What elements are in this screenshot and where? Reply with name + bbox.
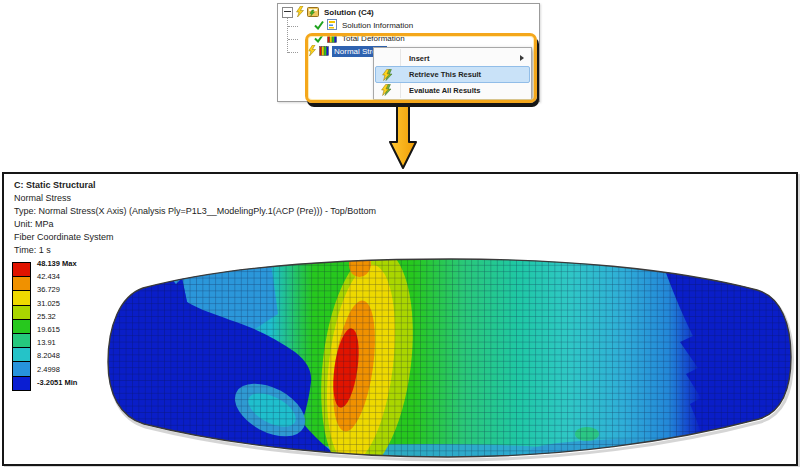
check-icon bbox=[314, 20, 324, 32]
legend-label: 31.025 bbox=[37, 298, 60, 307]
legend-label: 19.615 bbox=[37, 325, 60, 334]
legend-swatch bbox=[12, 290, 31, 305]
submenu-arrow-icon bbox=[520, 55, 524, 61]
legend-swatch bbox=[12, 376, 31, 391]
legend-swatch bbox=[12, 333, 31, 348]
tree-node-label[interactable]: Total Deformation bbox=[340, 33, 407, 44]
legend-swatch bbox=[12, 276, 31, 291]
legend-swatch bbox=[12, 262, 31, 277]
legend-label: 36.729 bbox=[37, 285, 60, 294]
tree-node-solution-information[interactable]: Solution Information bbox=[314, 19, 415, 32]
legend-label: 25.32 bbox=[37, 311, 56, 320]
menu-item-retrieve-this-result[interactable]: Retrieve This Result bbox=[375, 66, 530, 83]
result-subtitle: Normal Stress bbox=[14, 192, 376, 205]
tree-node-label[interactable]: Solution (C4) bbox=[322, 7, 376, 18]
lightning-bolt-icon bbox=[308, 45, 316, 58]
legend-swatch bbox=[12, 305, 31, 320]
legend-label: 2.4998 bbox=[37, 364, 60, 373]
result-type-line: Type: Normal Stress(X Axis) (Analysis Pl… bbox=[14, 205, 376, 218]
result-coordinate-system-line: Fiber Coordinate System bbox=[14, 231, 376, 244]
evaluate-bolt-icon bbox=[381, 84, 393, 98]
tree-node-total-deformation[interactable]: Total Deformation bbox=[314, 32, 407, 45]
result-header-block: C: Static Structural Normal Stress Type:… bbox=[14, 179, 376, 257]
solution-folder-icon bbox=[307, 6, 319, 19]
legend-swatch bbox=[12, 347, 31, 362]
legend-min-label: -3.2051 Min bbox=[37, 377, 77, 386]
page: Solution (C4) Solution Information Total… bbox=[0, 0, 800, 467]
legend-max-label: 48.139 Max bbox=[37, 259, 77, 268]
model-viewport[interactable] bbox=[100, 252, 798, 467]
annotation-down-arrow-icon bbox=[383, 100, 423, 174]
check-icon bbox=[314, 33, 324, 45]
legend-swatch bbox=[12, 319, 31, 334]
tree-node-label[interactable]: Solution Information bbox=[340, 20, 415, 31]
context-menu: Insert Retrieve This Result Evaluate All… bbox=[373, 47, 532, 100]
solution-information-icon bbox=[327, 19, 337, 32]
contour-plot bbox=[100, 252, 798, 464]
legend-label: 13.91 bbox=[37, 338, 56, 347]
lightning-bolt-icon bbox=[296, 6, 304, 19]
result-unit-line: Unit: MPa bbox=[14, 218, 376, 231]
menu-item-evaluate-all-results[interactable]: Evaluate All Results bbox=[375, 82, 530, 98]
result-title: C: Static Structural bbox=[14, 179, 376, 192]
fe-mesh-overlay bbox=[100, 252, 798, 464]
collapse-expander-icon[interactable] bbox=[282, 7, 293, 18]
contour-field bbox=[100, 252, 798, 464]
contour-legend: 48.139 Max 42.434 36.729 31.025 25.32 19… bbox=[12, 262, 31, 391]
legend-label: 8.2048 bbox=[37, 351, 60, 360]
legend-swatch bbox=[12, 361, 31, 376]
result-viewport-panel: C: Static Structural Normal Stress Type:… bbox=[2, 172, 798, 466]
contour-result-icon bbox=[327, 33, 337, 45]
menu-item-insert[interactable]: Insert bbox=[375, 50, 530, 66]
evaluate-bolt-icon bbox=[382, 69, 394, 83]
tree-connector-line bbox=[287, 17, 288, 53]
legend-label: 42.434 bbox=[37, 272, 60, 281]
contour-result-icon bbox=[319, 46, 329, 58]
tree-node-solution[interactable]: Solution (C4) bbox=[282, 6, 376, 19]
